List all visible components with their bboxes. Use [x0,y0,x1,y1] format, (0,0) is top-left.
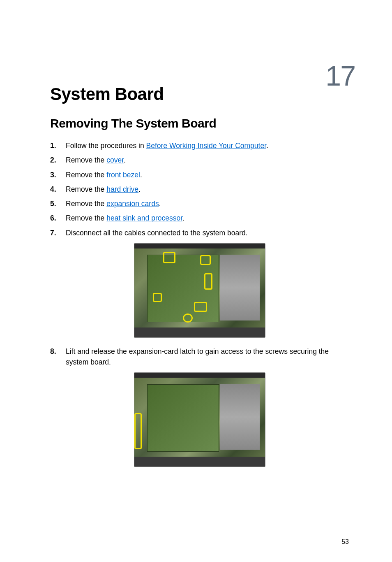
link-heat-sink-processor[interactable]: heat sink and processor [106,214,182,222]
step-suffix: . [140,171,142,179]
step-marker: 2. [50,155,66,165]
step-suffix: . [124,156,126,164]
highlight-marker [163,252,175,263]
link-before-working[interactable]: Before Working Inside Your Computer [146,142,266,150]
step-text: Remove the hard drive. [66,184,349,195]
section-title: Removing The System Board [50,116,349,130]
step-8: 8. Lift and release the expansion-card l… [50,346,349,368]
step-5: 5. Remove the expansion cards. [50,198,349,209]
figure-step-8 [50,372,349,467]
highlight-marker [134,413,142,449]
step-text: Lift and release the expansion-card latc… [66,346,349,368]
step-text: Remove the expansion cards. [66,198,349,209]
step-text: Remove the cover. [66,155,349,165]
step-suffix: . [266,142,268,150]
step-prefix: Remove the [66,171,106,179]
step-marker: 1. [50,140,66,151]
highlight-marker [204,273,212,290]
step-1: 1. Follow the procedures in Before Worki… [50,140,349,151]
step-marker: 4. [50,184,66,195]
step-text: Remove the front bezel. [66,170,349,180]
step-prefix: Remove the [66,185,106,193]
system-board-image-1 [134,243,265,338]
step-4: 4. Remove the hard drive. [50,184,349,195]
step-6: 6. Remove the heat sink and processor. [50,213,349,223]
step-marker: 5. [50,198,66,209]
step-prefix: Remove the [66,214,106,222]
step-prefix: Follow the procedures in [66,142,146,150]
procedure-steps: 1. Follow the procedures in Before Worki… [50,140,349,238]
step-2: 2. Remove the cover. [50,155,349,165]
page-number: 53 [341,538,349,546]
link-front-bezel[interactable]: front bezel [106,171,140,179]
step-3: 3. Remove the front bezel. [50,170,349,180]
step-prefix: Remove the [66,156,106,164]
chapter-number: 17 [325,60,355,92]
link-cover[interactable]: cover [106,156,124,164]
step-marker: 8. [50,346,66,368]
system-board-image-2 [134,372,265,467]
highlight-marker [200,255,211,265]
highlight-marker [153,293,162,302]
procedure-steps-continued: 8. Lift and release the expansion-card l… [50,346,349,368]
step-marker: 6. [50,213,66,223]
highlight-marker [194,302,207,312]
step-marker: 3. [50,170,66,180]
step-suffix: . [159,200,161,208]
step-text: Remove the heat sink and processor. [66,213,349,223]
step-text: Disconnect all the cables connected to t… [66,228,349,238]
step-suffix: . [138,185,141,193]
link-hard-drive[interactable]: hard drive [106,185,138,193]
step-suffix: . [182,214,184,222]
link-expansion-cards[interactable]: expansion cards [106,200,159,208]
step-prefix: Remove the [66,200,106,208]
chapter-title: System Board [50,84,349,104]
step-7: 7. Disconnect all the cables connected t… [50,228,349,238]
step-marker: 7. [50,228,66,238]
figure-step-7 [50,243,349,338]
step-text: Follow the procedures in Before Working … [66,140,349,151]
highlight-marker [183,314,193,323]
